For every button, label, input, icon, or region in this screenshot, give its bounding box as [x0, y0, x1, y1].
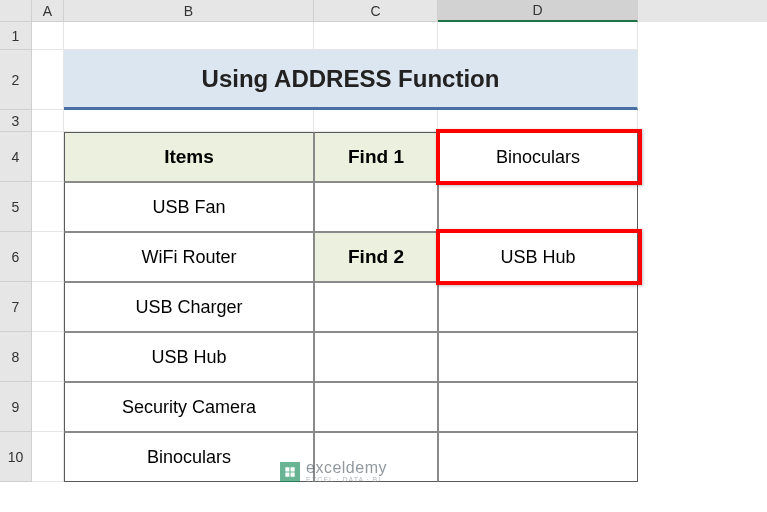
cell-B9[interactable]: Security Camera [64, 382, 314, 432]
header-items[interactable]: Items [64, 132, 314, 182]
watermark-text: exceldemy EXCEL · DATA · BI [306, 460, 387, 483]
col-header-B[interactable]: B [64, 0, 314, 22]
row-header-2[interactable]: 2 [0, 50, 32, 110]
row-header-4[interactable]: 4 [0, 132, 32, 182]
watermark-brand: exceldemy [306, 460, 387, 476]
col-header-D[interactable]: D [438, 0, 638, 22]
row-header-8[interactable]: 8 [0, 332, 32, 382]
row-header-5[interactable]: 5 [0, 182, 32, 232]
row-header-10[interactable]: 10 [0, 432, 32, 482]
cell-D8[interactable] [438, 332, 638, 382]
cell-A5[interactable] [32, 182, 64, 232]
cell-C6[interactable]: Find 2 [314, 232, 438, 282]
cell-D4[interactable]: Binoculars [438, 132, 638, 182]
cell-B3[interactable] [64, 110, 314, 132]
cell-D3[interactable] [438, 110, 638, 132]
cell-B8[interactable]: USB Hub [64, 332, 314, 382]
watermark-icon [280, 462, 300, 482]
cell-A8[interactable] [32, 332, 64, 382]
cell-A2[interactable] [32, 50, 64, 110]
cell-D1[interactable] [438, 22, 638, 50]
cell-C9[interactable] [314, 382, 438, 432]
cell-C3[interactable] [314, 110, 438, 132]
cell-D6[interactable]: USB Hub [438, 232, 638, 282]
cell-D10[interactable] [438, 432, 638, 482]
cell-B5[interactable]: USB Fan [64, 182, 314, 232]
cell-C1[interactable] [314, 22, 438, 50]
cell-D7[interactable] [438, 282, 638, 332]
cell-C5[interactable] [314, 182, 438, 232]
cell-A1[interactable] [32, 22, 64, 50]
row-header-1[interactable]: 1 [0, 22, 32, 50]
cell-D9[interactable] [438, 382, 638, 432]
cell-A7[interactable] [32, 282, 64, 332]
cell-B10[interactable]: Binoculars [64, 432, 314, 482]
watermark-tag: EXCEL · DATA · BI [306, 476, 387, 483]
cell-B7[interactable]: USB Charger [64, 282, 314, 332]
row-header-3[interactable]: 3 [0, 110, 32, 132]
select-all-corner[interactable] [0, 0, 32, 22]
watermark: exceldemy EXCEL · DATA · BI [280, 460, 387, 483]
spreadsheet: A B C D 1 2 3 4 5 6 7 8 9 10 Using ADDRE… [0, 0, 767, 512]
cell-A9[interactable] [32, 382, 64, 432]
row-header-7[interactable]: 7 [0, 282, 32, 332]
row-header-6[interactable]: 6 [0, 232, 32, 282]
cell-B6[interactable]: WiFi Router [64, 232, 314, 282]
row-header-9[interactable]: 9 [0, 382, 32, 432]
col-header-A[interactable]: A [32, 0, 64, 22]
cell-A6[interactable] [32, 232, 64, 282]
header-find1[interactable]: Find 1 [314, 132, 438, 182]
cell-A4[interactable] [32, 132, 64, 182]
cell-D5[interactable] [438, 182, 638, 232]
cell-C8[interactable] [314, 332, 438, 382]
title-cell[interactable]: Using ADDRESS Function [64, 50, 638, 110]
cell-A10[interactable] [32, 432, 64, 482]
cell-B1[interactable] [64, 22, 314, 50]
column-header-row: A B C D [0, 0, 767, 22]
col-header-C[interactable]: C [314, 0, 438, 22]
cell-A3[interactable] [32, 110, 64, 132]
grid-area: Using ADDRESS Function Items Find 1 Bino… [32, 22, 638, 482]
row-header-col: 1 2 3 4 5 6 7 8 9 10 [0, 22, 32, 482]
cell-C7[interactable] [314, 282, 438, 332]
